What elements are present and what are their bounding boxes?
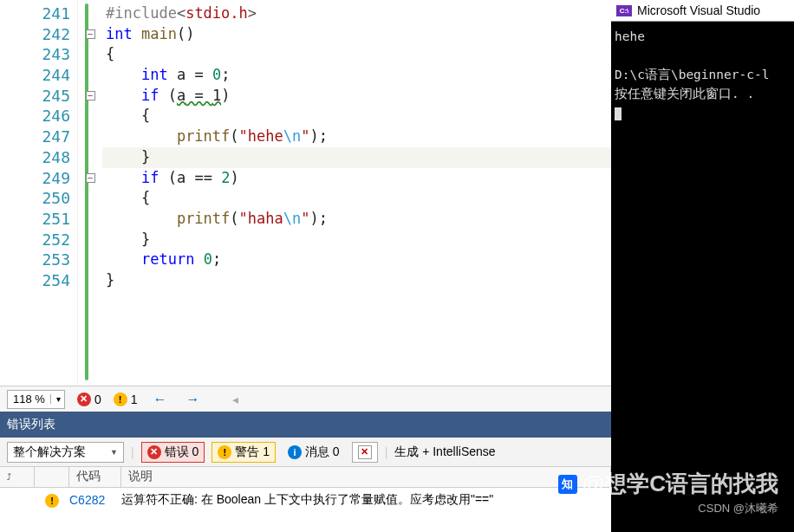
- line-number: 248: [0, 147, 77, 168]
- console-title-text: Microsoft Visual Studio: [637, 3, 760, 17]
- line-number: 243: [0, 44, 77, 65]
- debug-console[interactable]: hehe D:\c语言\beginner-c-l 按任意键关闭此窗口. .: [611, 22, 794, 532]
- error-count[interactable]: ✕ 0: [77, 393, 101, 406]
- console-cursor: [615, 107, 622, 120]
- filter-messages[interactable]: i 消息 0: [283, 442, 345, 463]
- fold-column: − − −: [78, 0, 102, 386]
- clear-icon: ✕: [358, 445, 372, 459]
- code-area[interactable]: #include<stdio.h> int main() { int a = 0…: [102, 0, 611, 386]
- editor-statusbar: 118 % ▾ ✕ 0 ! 1 ← → ◂: [0, 386, 611, 412]
- chevron-down-icon: ▼: [110, 448, 118, 457]
- info-icon: i: [288, 445, 302, 459]
- warning-icon: !: [114, 393, 127, 406]
- fold-toggle[interactable]: −: [86, 29, 95, 39]
- console-line: D:\c语言\beginner-c-l: [615, 68, 769, 81]
- line-number: 252: [0, 230, 77, 250]
- warning-count[interactable]: ! 1: [114, 393, 138, 406]
- col-code[interactable]: 代码: [69, 467, 121, 487]
- play-icon[interactable]: ◂: [232, 393, 238, 406]
- error-code-link[interactable]: C6282: [69, 493, 121, 507]
- table-header: ⤴ 代码 说明: [0, 467, 611, 488]
- line-number: 250: [0, 188, 77, 209]
- error-icon: ✕: [147, 445, 161, 459]
- scope-combo[interactable]: 整个解决方案 ▼: [7, 442, 124, 463]
- console-titlebar[interactable]: C:\ Microsoft Visual Studio: [611, 0, 794, 22]
- error-icon: ✕: [77, 393, 91, 406]
- col-desc[interactable]: 说明: [121, 467, 611, 487]
- warning-icon: !: [218, 445, 231, 459]
- warning-icon: !: [45, 494, 59, 508]
- vs-icon: C:\: [616, 5, 632, 16]
- line-number: 246: [0, 106, 77, 127]
- error-list-toolbar: 整个解决方案 ▼ | ✕ 错误 0 ! 警告 1 i 消息 0 ✕ | 生成 +…: [0, 438, 611, 467]
- zoom-value: 118 %: [8, 393, 50, 405]
- nav-next-icon[interactable]: →: [182, 392, 203, 407]
- line-number: 241: [0, 3, 77, 24]
- code-editor[interactable]: 241 242 243 244 245 246 247 248 249 250 …: [0, 0, 611, 386]
- error-table[interactable]: ⤴ 代码 说明 ! C6282 运算符不正确: 在 Boolean 上下文中执行…: [0, 467, 611, 512]
- build-mode[interactable]: 生成 + IntelliSense: [394, 444, 495, 460]
- console-line: 按任意键关闭此窗口. .: [615, 87, 754, 101]
- error-list-header: 错误列表: [0, 412, 611, 438]
- line-number: 245: [0, 86, 77, 107]
- filter-errors[interactable]: ✕ 错误 0: [141, 442, 205, 463]
- line-number: 244: [0, 65, 77, 86]
- nav-prev-icon[interactable]: ←: [149, 392, 170, 407]
- error-desc: 运算符不正确: 在 Boolean 上下文中执行了常量赋值。应考虑改用"==": [121, 492, 611, 508]
- header-icon: ⤴: [7, 472, 11, 482]
- zoom-dropdown-icon[interactable]: ▾: [50, 394, 64, 404]
- error-list-title: 错误列表: [7, 417, 55, 432]
- filter-warnings[interactable]: ! 警告 1: [212, 442, 276, 463]
- table-row[interactable]: ! C6282 运算符不正确: 在 Boolean 上下文中执行了常量赋值。应考…: [0, 488, 611, 512]
- fold-toggle[interactable]: −: [86, 173, 95, 183]
- line-number: 247: [0, 127, 77, 147]
- clear-filter[interactable]: ✕: [352, 442, 378, 463]
- line-number: 254: [0, 270, 77, 291]
- line-number: 251: [0, 209, 77, 230]
- line-number-gutter: 241 242 243 244 245 246 247 248 249 250 …: [0, 0, 78, 386]
- fold-toggle[interactable]: −: [86, 91, 95, 101]
- console-line: hehe: [615, 29, 645, 43]
- line-number: 242: [0, 24, 77, 45]
- line-number: 253: [0, 250, 77, 270]
- zoom-combo[interactable]: 118 % ▾: [7, 390, 65, 409]
- line-number: 249: [0, 168, 77, 189]
